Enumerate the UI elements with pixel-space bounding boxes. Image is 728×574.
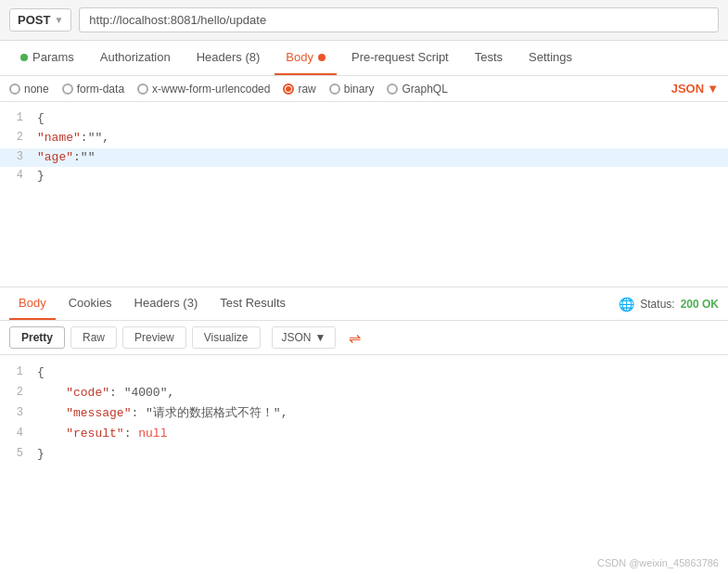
radio-none[interactable]: none: [9, 83, 49, 96]
radio-x-www-circle: [137, 83, 148, 95]
req-content-2: "name":"",: [37, 129, 728, 148]
method-label: POST: [18, 13, 50, 27]
resp-tab-body-label: Body: [19, 296, 46, 310]
tab-authorization[interactable]: Authorization: [89, 41, 182, 75]
resp-tab-headers-label: Headers (3): [134, 296, 198, 310]
resp-tab-cookies[interactable]: Cookies: [59, 287, 121, 320]
watermark: CSDN @weixin_45863786: [597, 557, 719, 568]
resp-linenum-5: 5: [0, 444, 37, 463]
request-body-editor[interactable]: 1 { 2 "name":"", 3 "age":"" 4 }: [0, 102, 728, 287]
radio-raw[interactable]: raw: [283, 83, 315, 96]
resp-content-4: "result": null: [37, 424, 728, 444]
resp-content-2: "code": "4000",: [37, 383, 728, 403]
resp-btn-preview[interactable]: Preview: [122, 326, 186, 349]
tab-headers-label: Headers (8): [197, 50, 261, 64]
tab-settings-label: Settings: [529, 50, 572, 64]
req-linenum-3: 3: [0, 148, 37, 166]
resp-content-1: {: [37, 363, 728, 383]
req-linenum-1: 1: [0, 109, 37, 127]
req-line-1: 1 {: [0, 109, 728, 129]
radio-none-circle: [9, 83, 20, 95]
resp-line-5: 5 }: [0, 444, 728, 465]
method-chevron-icon: ▼: [54, 15, 63, 25]
resp-linenum-4: 4: [0, 424, 37, 442]
radio-none-label: none: [24, 83, 49, 96]
json-chevron-icon: ▼: [707, 82, 719, 96]
req-content-3: "age":"": [37, 148, 728, 168]
tab-settings[interactable]: Settings: [517, 41, 583, 75]
resp-linenum-1: 1: [0, 363, 37, 381]
resp-tab-headers[interactable]: Headers (3): [125, 287, 208, 320]
resp-tab-test-results-label: Test Results: [220, 296, 286, 310]
resp-btn-pretty[interactable]: Pretty: [9, 326, 65, 349]
resp-linenum-3: 3: [0, 403, 37, 422]
status-code: 200 OK: [681, 298, 719, 311]
radio-form-data-circle: [62, 83, 73, 95]
body-dot: [318, 54, 326, 61]
radio-x-www-label: x-www-form-urlencoded: [152, 83, 270, 96]
tab-body-label: Body: [286, 50, 313, 64]
tab-headers[interactable]: Headers (8): [185, 41, 272, 75]
resp-format-selector[interactable]: JSON ▼: [272, 326, 337, 349]
resp-tab-cookies-label: Cookies: [69, 296, 112, 310]
resp-linenum-2: 2: [0, 383, 37, 402]
req-content-1: {: [37, 109, 728, 129]
req-line-2: 2 "name":"",: [0, 129, 728, 148]
json-format-selector[interactable]: JSON ▼: [671, 82, 719, 96]
url-bar: POST ▼: [0, 0, 728, 41]
radio-binary-circle: [329, 83, 340, 95]
radio-binary-label: binary: [344, 83, 375, 96]
req-line-3: 3 "age":"": [0, 148, 728, 168]
response-status-area: 🌐 Status: 200 OK: [619, 297, 719, 312]
tab-pre-request[interactable]: Pre-request Script: [340, 41, 460, 75]
resp-tab-test-results[interactable]: Test Results: [211, 287, 295, 320]
body-type-bar: none form-data x-www-form-urlencoded raw…: [0, 76, 728, 102]
radio-graphql[interactable]: GraphQL: [387, 83, 447, 96]
req-line-4: 4 }: [0, 167, 728, 186]
resp-content-3: "message": "请求的数据格式不符！",: [37, 403, 728, 424]
radio-form-data-label: form-data: [77, 83, 124, 96]
wrap-icon[interactable]: ⇌: [349, 329, 361, 347]
url-input[interactable]: [79, 7, 719, 32]
resp-line-4: 4 "result": null: [0, 424, 728, 444]
request-tab-bar: Params Authorization Headers (8) Body Pr…: [0, 41, 728, 76]
req-content-4: }: [37, 167, 728, 186]
resp-content-5: }: [37, 444, 728, 465]
tab-params-label: Params: [32, 50, 74, 64]
req-linenum-4: 4: [0, 167, 37, 185]
status-label: Status:: [640, 298, 674, 311]
resp-line-3: 3 "message": "请求的数据格式不符！",: [0, 403, 728, 424]
resp-btn-visualize[interactable]: Visualize: [192, 326, 261, 349]
tab-pre-request-label: Pre-request Script: [351, 50, 449, 64]
radio-raw-circle: [283, 83, 294, 95]
response-section: Body Cookies Headers (3) Test Results 🌐 …: [0, 287, 728, 490]
radio-graphql-circle: [387, 83, 398, 95]
response-body-editor: 1 { 2 "code": "4000", 3 "message": "请求的数…: [0, 355, 728, 490]
tab-params[interactable]: Params: [9, 41, 85, 75]
radio-binary[interactable]: binary: [329, 83, 375, 96]
method-select[interactable]: POST ▼: [9, 8, 71, 32]
radio-form-data[interactable]: form-data: [62, 83, 124, 96]
req-linenum-2: 2: [0, 129, 37, 147]
resp-line-2: 2 "code": "4000",: [0, 383, 728, 403]
tab-tests-label: Tests: [475, 50, 503, 64]
resp-format-label: JSON: [282, 331, 312, 344]
json-format-label: JSON: [671, 82, 704, 96]
radio-x-www[interactable]: x-www-form-urlencoded: [137, 83, 270, 96]
tab-authorization-label: Authorization: [100, 50, 171, 64]
response-controls: Pretty Raw Preview Visualize JSON ▼ ⇌: [0, 321, 728, 355]
globe-icon: 🌐: [619, 297, 634, 312]
response-tab-bar: Body Cookies Headers (3) Test Results 🌐 …: [0, 287, 728, 321]
radio-raw-label: raw: [298, 83, 315, 96]
resp-btn-raw[interactable]: Raw: [70, 326, 117, 349]
radio-graphql-label: GraphQL: [402, 83, 447, 96]
resp-line-1: 1 {: [0, 363, 728, 383]
tab-body[interactable]: Body: [275, 41, 337, 75]
tab-tests[interactable]: Tests: [464, 41, 514, 75]
params-dot: [20, 54, 28, 61]
resp-tab-body[interactable]: Body: [9, 287, 56, 320]
resp-format-chevron-icon: ▼: [315, 331, 326, 344]
